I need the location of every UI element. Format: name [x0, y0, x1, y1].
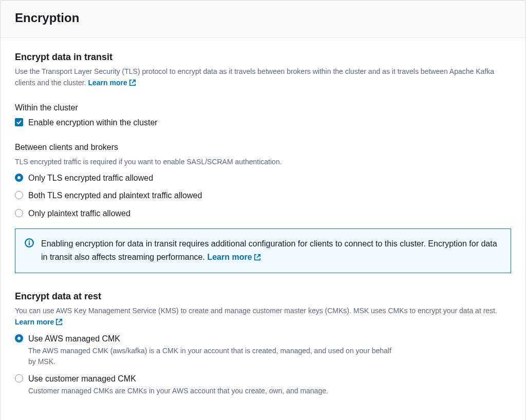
radio-plaintext-only[interactable] [15, 209, 23, 217]
transit-info-box: Enabling encryption for data in transit … [15, 228, 511, 273]
transit-info-learn-more-text: Learn more [207, 253, 252, 261]
radio-option-tls-plaintext[interactable]: Both TLS encrypted and plaintext traffic… [15, 190, 511, 201]
checkbox-enable-within-cluster[interactable] [15, 118, 23, 126]
within-cluster-option[interactable]: Enable encryption within the cluster [15, 117, 511, 128]
radio-customer-managed-desc: Customer managed CMKs are CMKs in your A… [28, 386, 328, 396]
transit-learn-more-text: Learn more [88, 79, 127, 87]
rest-learn-more-link[interactable]: Learn more [15, 318, 63, 326]
rest-desc-text: You can use AWS Key Management Service (… [15, 307, 497, 315]
transit-desc: Use the Transport Layer Security (TLS) p… [15, 66, 511, 89]
transit-info-text: Enabling encryption for data in transit … [41, 237, 501, 264]
section-transit: Encrypt data in transit Use the Transpor… [15, 50, 511, 273]
radio-customer-managed-label: Use customer managed CMK [28, 373, 328, 385]
svg-rect-1 [29, 242, 30, 245]
external-link-icon [129, 79, 136, 90]
within-cluster-label: Within the cluster [15, 102, 511, 114]
rest-radio-group: Use AWS managed CMK The AWS managed CMK … [15, 333, 511, 397]
radio-tls-plaintext[interactable] [15, 191, 23, 199]
radio-plaintext-only-label: Only plaintext traffic allowed [28, 208, 130, 219]
external-link-icon [254, 252, 261, 265]
svg-rect-2 [29, 240, 30, 241]
external-link-icon [55, 318, 63, 329]
transit-radio-group: Only TLS encrypted traffic allowed Both … [15, 173, 511, 219]
transit-info-learn-more-link[interactable]: Learn more [207, 253, 260, 261]
radio-option-customer-managed-cmk[interactable]: Use customer managed CMK Customer manage… [15, 373, 511, 396]
radio-tls-only-label: Only TLS encrypted traffic allowed [28, 173, 153, 184]
transit-learn-more-link[interactable]: Learn more [88, 79, 136, 87]
panel-header: Encryption [1, 1, 525, 38]
within-cluster-option-label: Enable encryption within the cluster [28, 117, 158, 128]
transit-desc-text: Use the Transport Layer Security (TLS) p… [15, 67, 494, 87]
radio-option-tls-only[interactable]: Only TLS encrypted traffic allowed [15, 173, 511, 184]
radio-tls-plaintext-label: Both TLS encrypted and plaintext traffic… [28, 190, 202, 201]
info-icon [25, 238, 34, 251]
rest-learn-more-text: Learn more [15, 318, 54, 326]
between-clients-brokers-label: Between clients and brokers [15, 141, 511, 154]
radio-option-plaintext-only[interactable]: Only plaintext traffic allowed [15, 208, 511, 219]
transit-info-text-content: Enabling encryption for data in transit … [41, 239, 497, 261]
radio-customer-managed-cmk[interactable] [15, 374, 23, 383]
rest-title: Encrypt data at rest [15, 290, 511, 303]
page-title: Encryption [15, 9, 511, 27]
radio-option-aws-managed-cmk[interactable]: Use AWS managed CMK The AWS managed CMK … [15, 333, 511, 367]
radio-aws-managed-content: Use AWS managed CMK The AWS managed CMK … [28, 333, 398, 367]
between-clients-brokers-helper: TLS encrypted traffic is required if you… [15, 157, 511, 167]
radio-aws-managed-cmk[interactable] [15, 334, 23, 342]
radio-aws-managed-label: Use AWS managed CMK [28, 333, 398, 345]
encryption-panel: Encryption Encrypt data in transit Use t… [0, 0, 526, 420]
radio-tls-only[interactable] [15, 174, 23, 182]
panel-content: Encrypt data in transit Use the Transpor… [1, 38, 525, 420]
transit-title: Encrypt data in transit [15, 50, 511, 64]
rest-desc: You can use AWS Key Management Service (… [15, 306, 511, 329]
radio-aws-managed-desc: The AWS managed CMK (aws/kafka) is a CMK… [28, 346, 398, 367]
section-rest: Encrypt data at rest You can use AWS Key… [15, 290, 511, 396]
radio-customer-managed-content: Use customer managed CMK Customer manage… [28, 373, 328, 396]
